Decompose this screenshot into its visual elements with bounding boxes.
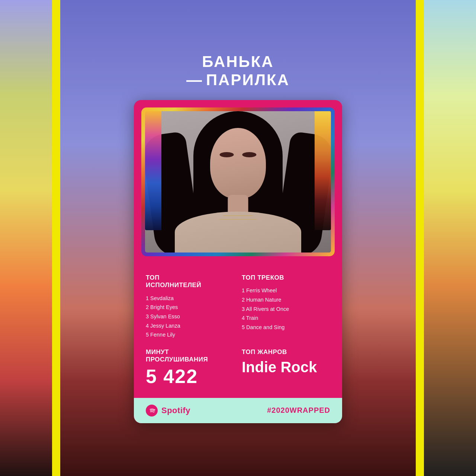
minutes-value: 5 422 [146,367,234,386]
spotify-card: ТОПИСПОЛНИТЕЛЕЙ 1 Sevdaliza 2 Bright Eye… [134,100,342,423]
list-item: 5 Fenne Lily [146,330,234,340]
list-item: 3 All Rivers at Once [242,305,330,314]
list-item: 5 Dance and Sing [242,323,330,332]
genre-value: Indie Rock [242,359,330,375]
yellow-bar-left [52,0,60,476]
title-line2: ПАРИЛКА [206,71,290,89]
minutes-section: МИНУТПРОСЛУШИВАНИЯ 5 422 [146,348,234,386]
artist-image-section [134,100,342,264]
background-wrapper: БАНЬКА —ПАРИЛКА [0,0,476,476]
top-tracks-section: ТОП ТРЕКОВ 1 Ferris Wheel 2 Human Nature… [242,274,330,340]
minutes-label: МИНУТПРОСЛУШИВАНИЯ [146,348,234,364]
list-item: 4 Jessy Lanza [146,321,234,331]
list-item: 2 Human Nature [242,295,330,305]
card-footer: Spotify #2020WRAPPED [134,398,342,423]
list-item: 1 Sevdaliza [146,294,234,303]
list-item: 4 Train [242,313,330,323]
side-right-gradient [424,0,476,476]
content-area: БАНЬКА —ПАРИЛКА [89,53,387,423]
spotify-logo: Spotify [146,405,190,416]
list-item: 1 Ferris Wheel [242,286,330,295]
title-line1: БАНЬКА [202,53,274,70]
artists-list: 1 Sevdaliza 2 Bright Eyes 3 Sylvan Esso … [146,294,234,340]
list-item: 2 Bright Eyes [146,303,234,312]
top-artists-section: ТОПИСПОЛНИТЕЛЕЙ 1 Sevdaliza 2 Bright Eye… [146,274,234,340]
title-separator: — [186,71,203,89]
hashtag-text: #2020WRAPPED [267,406,330,415]
page-title: БАНЬКА —ПАРИЛКА [186,53,290,89]
spotify-text: Spotify [161,406,190,415]
spotify-icon [146,405,158,416]
info-grid: ТОПИСПОЛНИТЕЛЕЙ 1 Sevdaliza 2 Bright Eye… [146,274,330,386]
genre-section: ТОП ЖАНРОВ Indie Rock [242,348,330,386]
tracks-list: 1 Ferris Wheel 2 Human Nature 3 All Rive… [242,286,330,332]
side-left-gradient [0,0,52,476]
yellow-bar-right [416,0,424,476]
top-tracks-label: ТОП ТРЕКОВ [242,274,330,282]
list-item: 3 Sylvan Esso [146,312,234,321]
top-artists-label: ТОПИСПОЛНИТЕЛЕЙ [146,274,234,289]
info-section: ТОПИСПОЛНИТЕЛЕЙ 1 Sevdaliza 2 Bright Eye… [134,264,342,398]
genre-label: ТОП ЖАНРОВ [242,348,330,356]
